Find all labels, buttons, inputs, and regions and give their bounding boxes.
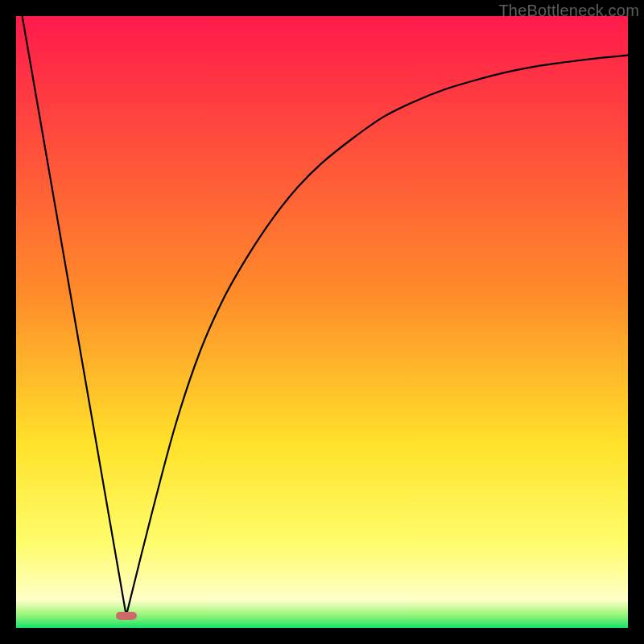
- chart-container: TheBottleneck.com: [0, 0, 644, 644]
- watermark-text: TheBottleneck.com: [498, 2, 639, 20]
- plot-svg: [16, 16, 628, 628]
- plot-area: [16, 16, 628, 628]
- gradient-background: [16, 16, 628, 628]
- minimum-marker: [116, 612, 137, 620]
